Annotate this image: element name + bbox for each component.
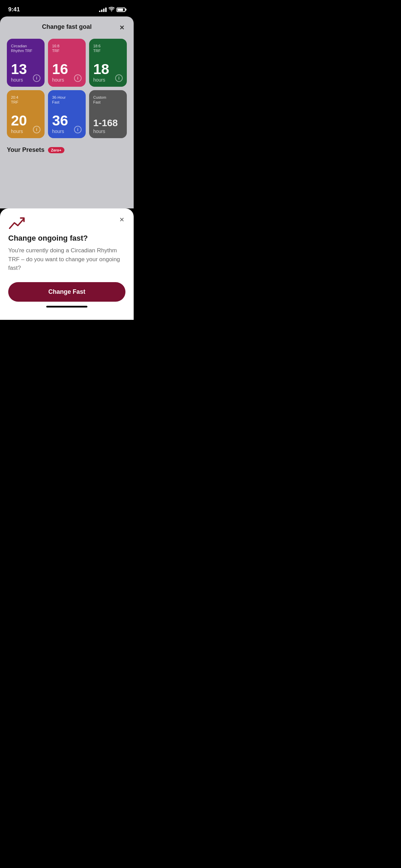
change-fast-goal-modal: Change fast goal ✕ Circadian Rhythm TRF … <box>0 16 134 208</box>
card-hours-row: 1-168 hours <box>93 118 123 134</box>
card-hours-label-custom: hours <box>93 129 118 134</box>
card-number-36: 36 <box>52 113 68 128</box>
card-hours-row: 18 hours i <box>93 62 123 83</box>
info-button-16-8[interactable]: i <box>74 74 82 82</box>
card-hours-row: 16 hours i <box>52 62 82 83</box>
36-hour-fast-card[interactable]: 36-Hour Fast 36 hours i <box>48 90 86 138</box>
signal-icon <box>99 8 107 12</box>
change-fast-button[interactable]: Change Fast <box>8 282 125 302</box>
card-number-custom: 1-168 <box>93 118 118 128</box>
card-label-20-4: 20:4 TRF <box>11 95 40 105</box>
card-hours-row: 13 hours i <box>11 62 40 83</box>
card-hours-label-20-4: hours <box>11 129 27 134</box>
fast-options-grid: Circadian Rhythm TRF 13 hours i 16:8 TRF… <box>7 39 127 138</box>
card-hours-label-16-8: hours <box>52 77 68 83</box>
card-label-36: 36-Hour Fast <box>52 95 82 105</box>
info-button-36[interactable]: i <box>74 126 82 133</box>
card-label-custom: Custom Fast <box>93 95 123 105</box>
zero-plus-badge: Zero+ <box>48 147 64 153</box>
card-label-circadian: Circadian Rhythm TRF <box>11 44 40 53</box>
card-label-16-8: 16:8 TRF <box>52 44 82 53</box>
modal-header: Change fast goal ✕ <box>7 23 127 31</box>
card-number-18-6: 18 <box>93 62 109 76</box>
trend-icon <box>8 215 125 234</box>
status-time: 9:41 <box>8 6 20 13</box>
info-button-20-4[interactable]: i <box>33 126 40 133</box>
presets-label: Your Presets <box>7 146 45 154</box>
wifi-icon <box>109 7 114 12</box>
modal-title: Change fast goal <box>42 23 92 31</box>
18-6-trf-card[interactable]: 18:6 TRF 18 hours i <box>89 39 127 87</box>
card-number-20-4: 20 <box>11 113 27 128</box>
card-hours-label-18-6: hours <box>93 77 109 83</box>
close-modal-button[interactable]: ✕ <box>117 23 127 33</box>
presets-section: Your Presets Zero+ <box>7 146 127 154</box>
info-button-18-6[interactable]: i <box>115 74 123 82</box>
card-hours-label-circadian: hours <box>11 77 27 83</box>
status-bar: 9:41 <box>0 0 134 16</box>
battery-icon <box>117 8 125 12</box>
info-button-circadian[interactable]: i <box>33 74 40 82</box>
change-ongoing-fast-popup: ✕ Change ongoing fast? You're currently … <box>0 208 134 320</box>
card-number-16-8: 16 <box>52 62 68 76</box>
16-8-trf-card[interactable]: 16:8 TRF 16 hours i <box>48 39 86 87</box>
circadian-rhythm-card[interactable]: Circadian Rhythm TRF 13 hours i <box>7 39 45 87</box>
custom-fast-card[interactable]: Custom Fast 1-168 hours <box>89 90 127 138</box>
20-4-trf-card[interactable]: 20:4 TRF 20 hours i <box>7 90 45 138</box>
close-popup-button[interactable]: ✕ <box>117 215 127 225</box>
home-indicator <box>46 306 87 308</box>
card-hours-row: 36 hours i <box>52 113 82 134</box>
card-hours-label-36: hours <box>52 129 68 134</box>
card-label-18-6: 18:6 TRF <box>93 44 123 53</box>
status-icons <box>99 7 125 12</box>
card-number-circadian: 13 <box>11 62 27 76</box>
card-hours-row: 20 hours i <box>11 113 40 134</box>
popup-title: Change ongoing fast? <box>8 234 125 243</box>
popup-body: You're currently doing a Circadian Rhyth… <box>8 246 125 273</box>
